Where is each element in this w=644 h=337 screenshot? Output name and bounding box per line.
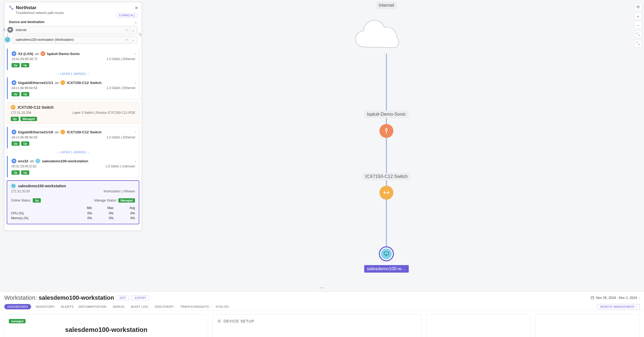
node-label-switch[interactable]: ICX7150-C12 Switch	[363, 173, 410, 180]
layer-divider: ← LAYER 1 (WIRED) →	[7, 70, 139, 78]
device-setup-card: DEVICE SETUP	[213, 314, 422, 337]
tab-debug[interactable]: DEBUG›	[113, 303, 126, 310]
gear-icon	[217, 319, 221, 323]
tab-inventory[interactable]: INVENTORY›	[36, 303, 56, 310]
hop-card: X2 (LAN) on Iqaluit-Demo-Sonic › 18:b1:6…	[7, 49, 139, 99]
clear-dest-icon[interactable]: ×	[124, 38, 129, 42]
svg-rect-1	[384, 252, 389, 255]
reset-view-button[interactable]	[634, 3, 642, 11]
tabs: DASHBOARD INVENTORY› ALERTS DOCUMENTATIO…	[4, 303, 230, 310]
svg-rect-12	[591, 297, 594, 299]
northstar-icon	[9, 5, 14, 10]
hop-card-switch[interactable]: ICX7150-C12 Switch › 172.31.20.254Layer …	[7, 102, 139, 124]
swap-icon[interactable]	[138, 32, 142, 38]
tab-dashboard[interactable]: DASHBOARD	[4, 304, 31, 309]
svg-point-13	[219, 321, 220, 322]
status-badge: Up	[12, 63, 20, 67]
status-badge: Up	[12, 92, 20, 96]
managed-pill: managed	[9, 319, 25, 323]
chevron-right-icon[interactable]: ›	[135, 52, 136, 56]
node-label-sonic[interactable]: Iqaluit-Demo-Sonic	[364, 111, 409, 118]
svg-rect-11	[12, 185, 14, 186]
layer-divider: ← LAYER 1 (WIRED) →	[7, 148, 139, 156]
destination-input[interactable]	[13, 38, 124, 42]
cloud-badge-icon	[7, 27, 13, 33]
device-detail-panel: Workstation: salesdemo100-workstation ED…	[0, 291, 644, 337]
interface-icon	[12, 159, 16, 163]
chevron-right-icon[interactable]: ›	[135, 130, 136, 134]
switch-icon	[60, 130, 65, 134]
tab-syslog[interactable]: SYSLOG›	[215, 303, 230, 310]
switch-icon	[60, 80, 65, 85]
stats-table: MinMaxAvg CPU (%)0%0%0% Memory (%)0%0%0%	[7, 205, 139, 224]
device-name-heading: salesdemo100-workstation	[9, 326, 204, 334]
managed-badge: Managed	[20, 117, 37, 121]
tab-discovery[interactable]: DISCOVERY›	[155, 303, 175, 310]
zoom-out-button[interactable]: −	[634, 21, 642, 29]
svg-rect-5	[6, 39, 9, 40]
edit-button[interactable]: EDIT	[117, 295, 129, 300]
svg-point-7	[42, 53, 43, 54]
remote-management-button[interactable]: REMOTE MANAGEMENT›	[597, 304, 640, 309]
node-label-internet[interactable]: Internet	[376, 2, 397, 9]
svg-rect-8	[13, 82, 15, 83]
clear-source-icon[interactable]: ×	[124, 28, 129, 32]
switch-icon	[11, 105, 16, 110]
svg-rect-6	[13, 53, 15, 54]
firewall-icon	[41, 51, 45, 56]
dest-dropdown-icon[interactable]: ⌄	[129, 36, 137, 43]
interface-icon	[12, 80, 16, 85]
node-label-workstation[interactable]: salesdemo100-w…	[364, 265, 409, 273]
northstar-panel: Northstar Troubleshoot network path issu…	[4, 2, 142, 230]
svg-point-4	[4, 28, 5, 30]
chevron-right-icon: ›	[639, 296, 640, 300]
path-list: X2 (LAN) on Iqaluit-Demo-Sonic › 18:b1:6…	[5, 49, 141, 230]
chevron-right-icon[interactable]: ›	[135, 81, 136, 85]
tab-trafficinsights[interactable]: TRAFFICINSIGHTS›	[180, 303, 211, 310]
expand-button[interactable]	[634, 31, 642, 38]
collapse-button[interactable]	[634, 40, 642, 47]
summary-card: managed salesdemo100-workstation	[4, 314, 208, 337]
hop-card: GigabitEthernet1/1/6 on ICX7150-C12 Swit…	[7, 127, 139, 178]
chevron-down-icon: ⌄	[134, 20, 137, 24]
calendar-icon	[591, 296, 594, 300]
node-icon-firewall[interactable]	[379, 124, 393, 138]
zoom-in-button[interactable]: +	[634, 12, 642, 20]
tab-audit-log[interactable]: AUDIT LOG›	[131, 303, 150, 310]
node-icon-switch[interactable]	[379, 186, 393, 200]
interface-icon	[12, 51, 16, 56]
panel-title: Northstar	[16, 5, 36, 10]
hop-card-workstation[interactable]: salesdemo100-workstation ⌄ 172.31.20.50W…	[7, 180, 139, 224]
placeholder-card	[426, 314, 531, 337]
export-button[interactable]: EXPORT	[132, 295, 149, 300]
workstation-icon	[35, 159, 40, 163]
source-input[interactable]	[13, 28, 124, 32]
status-badge: Up	[11, 117, 19, 121]
svg-rect-10	[13, 160, 15, 161]
source-dest-toggle[interactable]: Source and destination ⌄	[5, 18, 141, 26]
chevron-right-icon[interactable]: ›	[135, 159, 136, 163]
resize-handle[interactable]: •••	[320, 286, 324, 289]
person-icon	[2, 28, 6, 32]
workstation-icon	[11, 184, 16, 188]
svg-rect-9	[13, 131, 15, 132]
node-icon-workstation[interactable]	[379, 246, 394, 261]
source-combo[interactable]: × ⌄	[13, 26, 137, 34]
status-badge: Up	[21, 92, 29, 96]
placeholder-card	[535, 314, 640, 337]
workstation-badge-icon	[5, 37, 10, 43]
status-badge: Up	[21, 63, 29, 67]
topology-svg	[145, 0, 633, 290]
tab-documentation[interactable]: DOCUMENTATION›	[78, 303, 108, 310]
interface-icon	[12, 130, 16, 134]
zoom-controls: + −	[634, 3, 642, 47]
expand-all-button[interactable]: EXPAND ALL	[117, 13, 138, 18]
destination-combo[interactable]: × ⌄	[13, 36, 137, 44]
date-range-picker[interactable]: Nov 25, 2024 - Dec 2, 2024 ›	[591, 296, 640, 300]
tab-alerts[interactable]: ALERTS	[61, 303, 74, 310]
source-dropdown-icon[interactable]: ⌄	[129, 26, 137, 34]
